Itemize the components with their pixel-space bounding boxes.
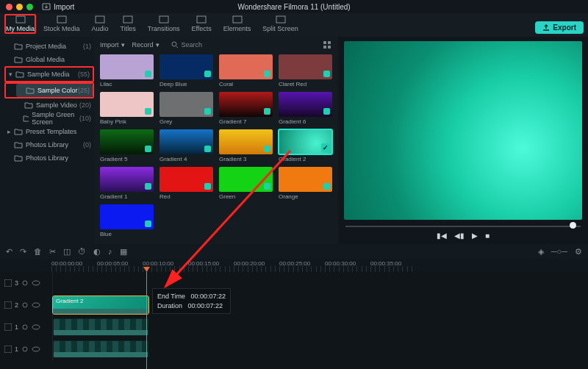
download-icon[interactable] (145, 183, 151, 190)
minimize-window[interactable] (16, 4, 23, 10)
thumbnail-image[interactable] (100, 204, 154, 229)
track-lane[interactable] (53, 272, 588, 294)
thumbnail-image[interactable] (100, 92, 154, 117)
thumb-baby-pink[interactable]: Baby Pink (100, 92, 154, 125)
tab-audio[interactable]: Audio (87, 14, 113, 34)
clip-video[interactable] (53, 318, 148, 336)
visibility-icon[interactable] (32, 279, 40, 287)
download-icon[interactable] (145, 71, 151, 77)
playhead[interactable] (146, 272, 147, 369)
sidebar-item-photos-library[interactable]: Photos Library (4, 151, 94, 165)
play-button[interactable]: ▶ (472, 232, 478, 240)
track-header[interactable]: 3 (0, 272, 53, 294)
thumbnail-image[interactable] (219, 54, 273, 79)
mute-icon[interactable] (4, 301, 12, 309)
thumb-gradient-2[interactable]: ✓Gradient 2 (279, 129, 332, 162)
zoom-window[interactable] (26, 4, 33, 10)
thumb-gradient-3[interactable]: Gradient 3 (219, 129, 273, 162)
thumb-coral[interactable]: Coral (219, 54, 273, 87)
redo-icon[interactable]: ↷ (20, 247, 26, 257)
greenscreen-icon[interactable]: ▦ (120, 247, 127, 257)
sidebar-item-sample-green-screen[interactable]: Sample Green Screen(10) (15, 112, 94, 125)
download-icon[interactable] (323, 71, 330, 77)
search-input[interactable]: Search (171, 41, 203, 49)
tab-split-screen[interactable]: Split Screen (258, 14, 303, 34)
lock-icon[interactable] (21, 279, 29, 287)
preview-canvas[interactable] (344, 41, 582, 220)
visibility-icon[interactable] (32, 323, 40, 331)
lock-icon[interactable] (21, 323, 29, 331)
thumbnail-image[interactable] (279, 54, 332, 79)
track-header[interactable]: 1 (0, 338, 53, 360)
thumb-orange[interactable]: Orange (279, 167, 332, 200)
thumbnail-image[interactable] (100, 167, 154, 192)
thumbnail-image[interactable] (279, 92, 332, 117)
download-icon[interactable] (264, 146, 270, 152)
crop-icon[interactable]: ◫ (63, 247, 71, 257)
download-icon[interactable] (264, 183, 270, 190)
view-options-icon[interactable] (323, 41, 332, 49)
delete-icon[interactable]: 🗑 (34, 247, 42, 256)
tab-my-media[interactable]: My Media (4, 14, 36, 34)
download-icon[interactable] (264, 71, 270, 77)
sidebar-item-sample-color[interactable]: Sample Color(25) (16, 84, 93, 97)
thumb-lilac[interactable]: Lilac (100, 54, 154, 87)
download-icon[interactable] (204, 146, 211, 152)
thumb-gradient-7[interactable]: Gradient 7 (219, 92, 273, 125)
track-header[interactable]: 2 (0, 294, 53, 316)
sidebar-item-photos-library[interactable]: Photos Library(0) (4, 138, 94, 151)
thumbnail-image[interactable] (219, 167, 273, 192)
record-menu[interactable]: Record▾ (132, 41, 159, 49)
time-ruler[interactable]: 00:00:00:0000:00:05:0000:00:10:0000:00:1… (0, 259, 588, 272)
download-icon[interactable] (204, 71, 211, 77)
visibility-icon[interactable] (32, 301, 40, 309)
thumbnail-image[interactable]: ✓ (279, 129, 332, 154)
import-chip[interactable]: Import (42, 3, 74, 11)
download-icon[interactable] (323, 183, 330, 190)
download-icon[interactable] (204, 183, 211, 190)
thumb-gradient-5[interactable]: Gradient 5 (100, 129, 154, 162)
thumb-blue[interactable]: Blue (100, 204, 154, 237)
track-header[interactable]: 1 (0, 316, 53, 338)
mute-icon[interactable] (4, 279, 12, 287)
close-window[interactable] (6, 4, 12, 10)
thumb-claret-red[interactable]: Claret Red (279, 54, 332, 87)
lock-icon[interactable] (21, 301, 29, 309)
cut-icon[interactable]: ✂ (49, 247, 56, 257)
download-icon[interactable] (145, 146, 151, 152)
thumbnail-image[interactable] (159, 92, 213, 117)
mute-icon[interactable] (4, 345, 12, 353)
tab-transitions[interactable]: Transitions (143, 14, 184, 34)
sidebar-item-project-media[interactable]: Project Media(1) (4, 40, 94, 53)
speed-icon[interactable]: ⏱ (78, 247, 86, 256)
zoom-slider[interactable]: ─○─ (551, 247, 567, 256)
settings-icon[interactable]: ⚙ (575, 247, 582, 257)
thumb-red[interactable]: Red (159, 167, 213, 200)
stop-button[interactable]: ■ (485, 232, 490, 240)
thumbnail-image[interactable] (159, 54, 213, 79)
step-back-button[interactable]: ◀▮ (454, 232, 465, 240)
thumb-gradient-6[interactable]: Gradient 6 (279, 92, 332, 125)
prev-frame-button[interactable]: ▮◀ (437, 232, 447, 240)
thumb-gradient-1[interactable]: Gradient 1 (100, 167, 154, 200)
lock-icon[interactable] (21, 345, 29, 353)
thumb-gradient-4[interactable]: Gradient 4 (159, 129, 213, 162)
mute-icon[interactable] (4, 323, 12, 331)
download-icon[interactable] (145, 108, 151, 115)
clip-video[interactable] (53, 340, 148, 358)
scrub-handle[interactable] (570, 222, 576, 229)
clip-gradient[interactable]: Gradient 2 (53, 296, 148, 314)
thumbnail-image[interactable] (219, 129, 273, 154)
preview-scrubber[interactable] (345, 224, 581, 227)
track-lane[interactable] (53, 316, 588, 338)
thumbnail-image[interactable] (100, 54, 154, 79)
audio-icon[interactable]: ♪ (108, 247, 112, 256)
track-lane[interactable]: Gradient 2 (53, 294, 588, 316)
thumb-green[interactable]: Green (219, 167, 273, 200)
tab-stock-media[interactable]: Stock Media (39, 14, 85, 34)
download-icon[interactable] (204, 108, 211, 115)
download-icon[interactable] (264, 108, 270, 115)
download-icon[interactable] (323, 108, 330, 115)
thumbnail-image[interactable] (159, 167, 213, 192)
thumb-deep-blue[interactable]: Deep Blue (159, 54, 213, 87)
